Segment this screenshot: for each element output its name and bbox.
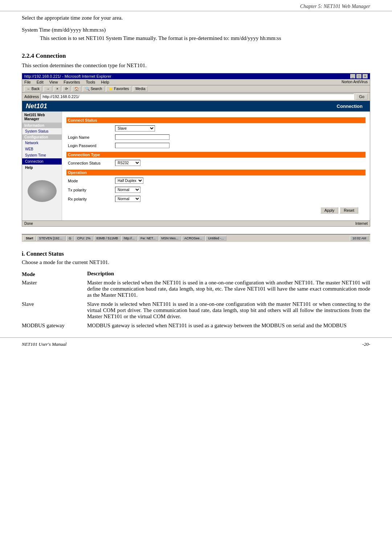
- sidebar-item-connection[interactable]: Connection: [22, 158, 62, 165]
- table-header-mode: Mode: [22, 270, 87, 278]
- taskbar-item-acrobat[interactable]: ACROSee...: [182, 236, 205, 241]
- mode-select[interactable]: Half Duplex Full Duplex: [115, 178, 143, 184]
- section-224-intro: This section determines the connection t…: [22, 62, 370, 69]
- mode-label: Mode: [68, 179, 115, 183]
- mode-table: Mode Description Master Master mode is s…: [22, 270, 370, 330]
- mode-modbus: MODBUS gateway: [22, 321, 87, 330]
- sidebar-item-configuration: Configuration: [22, 134, 62, 140]
- tx-polarity-select[interactable]: Normal Invert: [115, 187, 140, 193]
- table-row: MODBUS gateway MODBUS gateway is selecte…: [22, 321, 370, 330]
- statusbar-left: Done: [24, 222, 33, 226]
- desc-slave: Slave mode is selected when NET101 is us…: [87, 300, 370, 321]
- apply-button[interactable]: Apply: [320, 207, 339, 214]
- window-controls: _ □ ×: [350, 74, 368, 78]
- desc-master: Master mode is selected when the NET101 …: [87, 278, 370, 300]
- browser-title: http://192.168.0.221/ - Microsoft Intern…: [24, 74, 111, 78]
- windows-taskbar: Start STEVEN [192.168.0.152] G CPU: 2% 8…: [22, 234, 370, 242]
- page-footer: NET101 User's Manual -20-: [0, 337, 392, 351]
- page-connection-title: Connection: [337, 104, 367, 109]
- taskbar-item-fw[interactable]: Fw: NET...: [138, 236, 158, 241]
- start-button[interactable]: Start: [23, 236, 36, 241]
- taskbar-item-steven[interactable]: STEVEN [192.168.0.152]: [37, 236, 66, 241]
- tx-polarity-control: Normal Invert: [115, 187, 140, 193]
- sidebar-item-information: Information: [22, 123, 62, 128]
- go-button[interactable]: Go: [356, 94, 368, 100]
- login-password-row: Login Password: [66, 142, 366, 149]
- menu-favorites[interactable]: Favorites: [64, 80, 80, 84]
- home-btn[interactable]: 🏠: [72, 86, 81, 92]
- media-btn[interactable]: Media: [133, 86, 148, 92]
- browser-menu-bar: File Edit View Favorites Tools Help Nort…: [22, 79, 370, 85]
- taskbar-item-cpu: CPU: 2%: [75, 236, 93, 241]
- connection-status-label: Connection Status: [68, 161, 115, 165]
- sidebar-item-web[interactable]: WEB: [22, 146, 62, 152]
- browser-header-row: Net101 Connection: [22, 101, 370, 112]
- desc-modbus: MODBUS gateway is selected when NET101 i…: [87, 321, 370, 330]
- page-header: Chapter 5: NET101 Web Manager: [0, 0, 392, 11]
- footer-right: -20-: [362, 341, 370, 347]
- minimize-btn[interactable]: _: [350, 74, 355, 78]
- norton-label: Norton AntiVirus: [342, 80, 368, 84]
- table-row: Master Master mode is selected when the …: [22, 278, 370, 300]
- address-label: Address: [24, 94, 39, 99]
- taskbar-item-untitled[interactable]: Untitled -...: [205, 236, 226, 241]
- menu-help[interactable]: Help: [101, 80, 109, 84]
- connection-type-header: Connection Type: [66, 152, 366, 158]
- sidebar-image-area: [22, 178, 62, 204]
- login-name-control: [115, 134, 170, 140]
- chapter-title: Chapter 5: NET101 Web Manager: [300, 4, 370, 9]
- taskbar-item-ie[interactable]: http://...: [121, 236, 137, 241]
- section-224-heading: 2.2.4 Connection: [22, 52, 370, 60]
- menu-edit[interactable]: Edit: [37, 80, 44, 84]
- rx-polarity-select[interactable]: Normal Invert: [115, 196, 140, 202]
- connect-status-row: Slave Master MODBUS gateway: [66, 125, 366, 132]
- sidebar-decorative-image: [28, 180, 57, 202]
- reset-button[interactable]: Reset: [340, 207, 358, 214]
- login-name-input[interactable]: [115, 134, 170, 140]
- taskbar-item-g[interactable]: G: [66, 236, 74, 241]
- systray-time: 10:02 AM: [350, 236, 369, 241]
- connection-status-select[interactable]: RS232 RS485 RS422: [115, 160, 140, 166]
- login-password-input[interactable]: [115, 143, 170, 148]
- rx-polarity-row: Rx polarity Normal Invert: [66, 195, 366, 203]
- address-input[interactable]: [40, 93, 354, 100]
- back-btn[interactable]: ← Back: [24, 86, 42, 92]
- browser-statusbar: Done Internet: [22, 220, 370, 226]
- browser-window: http://192.168.0.221/ - Microsoft Intern…: [22, 73, 370, 227]
- apply-reset-row: Apply Reset: [66, 207, 366, 214]
- mode-master: Master: [22, 278, 87, 300]
- net101-logo: Net101: [26, 102, 47, 110]
- login-name-row: Login Name: [66, 134, 366, 141]
- subsection-i: i. Connect Status Choose a mode for the …: [22, 251, 370, 330]
- login-password-label: Login Password: [68, 143, 115, 148]
- browser-title-bar: http://192.168.0.221/ - Microsoft Intern…: [22, 73, 370, 79]
- menu-view[interactable]: View: [49, 80, 58, 84]
- close-btn[interactable]: ×: [363, 74, 368, 78]
- sidebar-item-system-time[interactable]: System Time: [22, 152, 62, 158]
- maximize-btn[interactable]: □: [356, 74, 362, 78]
- statusbar-right: Internet: [355, 222, 368, 226]
- forward-btn[interactable]: →: [44, 86, 52, 92]
- connect-status-select[interactable]: Slave Master MODBUS gateway: [115, 125, 155, 131]
- intro-timezone: Select the appropriate time zone for you…: [22, 15, 370, 21]
- taskbar-item-msn[interactable]: MSN Mes...: [159, 236, 181, 241]
- menu-tools[interactable]: Tools: [86, 80, 95, 84]
- sidebar-item-network[interactable]: Network: [22, 140, 62, 146]
- menu-file[interactable]: File: [24, 80, 31, 84]
- stop-btn[interactable]: ×: [54, 86, 61, 92]
- mode-slave: Slave: [22, 300, 87, 321]
- search-btn[interactable]: 🔍 Search: [83, 86, 105, 92]
- browser-toolbar: ← Back → × ⟳ 🏠 🔍 Search ⭐ Favorites Medi…: [22, 85, 370, 93]
- mode-row: Mode Half Duplex Full Duplex: [66, 177, 366, 185]
- tx-polarity-label: Tx polarity: [68, 188, 115, 192]
- table-row: Slave Slave mode is selected when NET101…: [22, 300, 370, 321]
- refresh-btn[interactable]: ⟳: [62, 86, 70, 92]
- favorites-btn[interactable]: ⭐ Favorites: [106, 86, 131, 92]
- operation-header: Operation: [66, 170, 366, 175]
- sidebar-item-system-status[interactable]: System Status: [22, 128, 62, 134]
- browser-content: Net101 Web Manager Information System St…: [22, 112, 370, 220]
- sidebar: Net101 Web Manager Information System St…: [22, 112, 62, 220]
- footer-left: NET101 User's Manual: [22, 341, 66, 347]
- sidebar-item-help[interactable]: Help: [22, 165, 62, 171]
- browser-main: Connect Status Slave Master MODBUS gatew…: [62, 112, 370, 220]
